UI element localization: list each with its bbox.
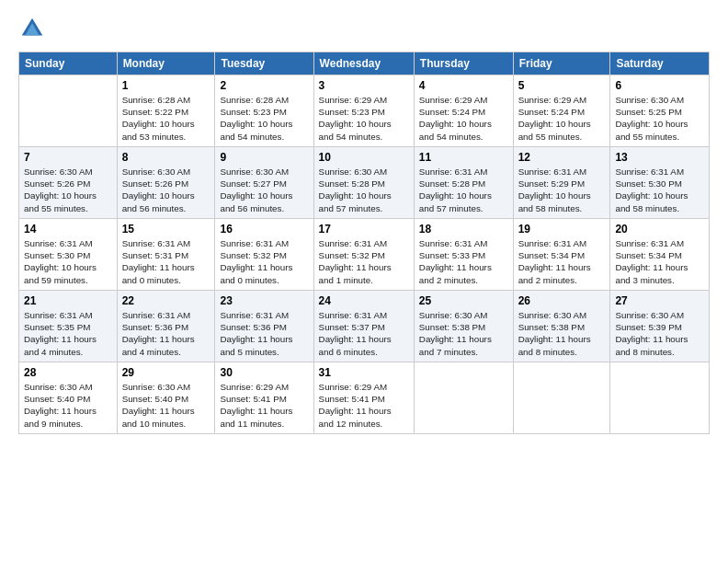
day-number: 31 [319, 366, 409, 379]
header-day-monday: Monday [117, 52, 215, 75]
day-number: 30 [220, 366, 308, 379]
day-info: Sunrise: 6:30 AM Sunset: 5:40 PM Dayligh… [122, 381, 210, 430]
calendar-cell: 10Sunrise: 6:30 AM Sunset: 5:28 PM Dayli… [313, 147, 414, 219]
day-info: Sunrise: 6:30 AM Sunset: 5:26 PM Dayligh… [24, 166, 112, 214]
day-info: Sunrise: 6:31 AM Sunset: 5:33 PM Dayligh… [419, 237, 508, 286]
day-number: 21 [24, 294, 112, 307]
calendar-cell: 6Sunrise: 6:30 AM Sunset: 5:25 PM Daylig… [610, 75, 710, 147]
day-number: 5 [518, 79, 606, 92]
calendar-cell: 31Sunrise: 6:29 AM Sunset: 5:41 PM Dayli… [313, 362, 414, 434]
calendar-cell: 28Sunrise: 6:30 AM Sunset: 5:40 PM Dayli… [19, 362, 118, 434]
header-row: SundayMondayTuesdayWednesdayThursdayFrid… [19, 52, 710, 75]
day-info: Sunrise: 6:31 AM Sunset: 5:29 PM Dayligh… [518, 166, 606, 214]
day-number: 20 [615, 223, 704, 236]
day-number: 26 [518, 294, 606, 307]
calendar-cell [610, 362, 710, 434]
calendar-cell: 22Sunrise: 6:31 AM Sunset: 5:36 PM Dayli… [117, 291, 215, 362]
calendar-cell: 15Sunrise: 6:31 AM Sunset: 5:31 PM Dayli… [117, 219, 215, 291]
header-day-saturday: Saturday [610, 52, 710, 75]
day-number: 9 [220, 151, 308, 164]
logo-icon [18, 15, 46, 42]
header-day-thursday: Thursday [414, 52, 513, 75]
day-info: Sunrise: 6:31 AM Sunset: 5:36 PM Dayligh… [220, 309, 308, 358]
calendar-cell: 27Sunrise: 6:30 AM Sunset: 5:39 PM Dayli… [610, 291, 710, 362]
day-info: Sunrise: 6:30 AM Sunset: 5:28 PM Dayligh… [319, 166, 409, 214]
day-number: 28 [24, 366, 112, 379]
page: SundayMondayTuesdayWednesdayThursdayFrid… [0, 0, 728, 443]
calendar-cell: 29Sunrise: 6:30 AM Sunset: 5:40 PM Dayli… [117, 362, 215, 434]
week-row-1: 1Sunrise: 6:28 AM Sunset: 5:22 PM Daylig… [19, 75, 710, 147]
day-number: 4 [419, 79, 508, 92]
day-info: Sunrise: 6:29 AM Sunset: 5:23 PM Dayligh… [319, 94, 409, 143]
logo [18, 15, 50, 42]
calendar-cell: 18Sunrise: 6:31 AM Sunset: 5:33 PM Dayli… [414, 219, 513, 291]
day-info: Sunrise: 6:29 AM Sunset: 5:41 PM Dayligh… [319, 381, 409, 430]
day-info: Sunrise: 6:31 AM Sunset: 5:32 PM Dayligh… [220, 237, 308, 286]
header [18, 15, 710, 42]
day-info: Sunrise: 6:31 AM Sunset: 5:35 PM Dayligh… [24, 309, 112, 358]
day-number: 8 [122, 151, 210, 164]
day-number: 17 [319, 223, 409, 236]
calendar-cell: 13Sunrise: 6:31 AM Sunset: 5:30 PM Dayli… [610, 147, 710, 219]
calendar-cell: 21Sunrise: 6:31 AM Sunset: 5:35 PM Dayli… [19, 291, 118, 362]
day-info: Sunrise: 6:31 AM Sunset: 5:34 PM Dayligh… [518, 237, 606, 286]
day-info: Sunrise: 6:30 AM Sunset: 5:25 PM Dayligh… [615, 94, 704, 143]
day-info: Sunrise: 6:29 AM Sunset: 5:41 PM Dayligh… [220, 381, 308, 430]
calendar-cell [513, 362, 610, 434]
calendar-cell: 17Sunrise: 6:31 AM Sunset: 5:32 PM Dayli… [313, 219, 414, 291]
day-info: Sunrise: 6:30 AM Sunset: 5:38 PM Dayligh… [419, 309, 508, 358]
day-number: 3 [319, 79, 409, 92]
calendar-cell: 25Sunrise: 6:30 AM Sunset: 5:38 PM Dayli… [414, 291, 513, 362]
week-row-5: 28Sunrise: 6:30 AM Sunset: 5:40 PM Dayli… [19, 362, 710, 434]
day-number: 18 [419, 223, 508, 236]
day-info: Sunrise: 6:30 AM Sunset: 5:40 PM Dayligh… [24, 381, 112, 430]
day-info: Sunrise: 6:30 AM Sunset: 5:26 PM Dayligh… [122, 166, 210, 214]
day-number: 10 [319, 151, 409, 164]
day-number: 23 [220, 294, 308, 307]
day-number: 7 [24, 151, 112, 164]
day-info: Sunrise: 6:30 AM Sunset: 5:38 PM Dayligh… [518, 309, 606, 358]
day-number: 16 [220, 223, 308, 236]
calendar-cell: 16Sunrise: 6:31 AM Sunset: 5:32 PM Dayli… [215, 219, 313, 291]
day-number: 25 [419, 294, 508, 307]
calendar-cell: 9Sunrise: 6:30 AM Sunset: 5:27 PM Daylig… [215, 147, 313, 219]
calendar-cell: 11Sunrise: 6:31 AM Sunset: 5:28 PM Dayli… [414, 147, 513, 219]
week-row-3: 14Sunrise: 6:31 AM Sunset: 5:30 PM Dayli… [19, 219, 710, 291]
day-number: 15 [122, 223, 210, 236]
day-info: Sunrise: 6:29 AM Sunset: 5:24 PM Dayligh… [419, 94, 508, 143]
day-info: Sunrise: 6:31 AM Sunset: 5:36 PM Dayligh… [122, 309, 210, 358]
calendar-cell: 8Sunrise: 6:30 AM Sunset: 5:26 PM Daylig… [117, 147, 215, 219]
calendar-cell: 26Sunrise: 6:30 AM Sunset: 5:38 PM Dayli… [513, 291, 610, 362]
calendar-cell: 19Sunrise: 6:31 AM Sunset: 5:34 PM Dayli… [513, 219, 610, 291]
day-info: Sunrise: 6:29 AM Sunset: 5:24 PM Dayligh… [518, 94, 606, 143]
calendar-table: SundayMondayTuesdayWednesdayThursdayFrid… [18, 52, 710, 434]
day-info: Sunrise: 6:31 AM Sunset: 5:37 PM Dayligh… [319, 309, 409, 358]
day-number: 11 [419, 151, 508, 164]
calendar-cell: 1Sunrise: 6:28 AM Sunset: 5:22 PM Daylig… [117, 75, 215, 147]
day-number: 22 [122, 294, 210, 307]
header-day-wednesday: Wednesday [313, 52, 414, 75]
day-info: Sunrise: 6:31 AM Sunset: 5:32 PM Dayligh… [319, 237, 409, 286]
day-info: Sunrise: 6:30 AM Sunset: 5:27 PM Dayligh… [220, 166, 308, 214]
day-number: 6 [615, 79, 704, 92]
calendar-cell: 20Sunrise: 6:31 AM Sunset: 5:34 PM Dayli… [610, 219, 710, 291]
day-number: 14 [24, 223, 112, 236]
week-row-2: 7Sunrise: 6:30 AM Sunset: 5:26 PM Daylig… [19, 147, 710, 219]
calendar-cell: 24Sunrise: 6:31 AM Sunset: 5:37 PM Dayli… [313, 291, 414, 362]
header-day-friday: Friday [513, 52, 610, 75]
week-row-4: 21Sunrise: 6:31 AM Sunset: 5:35 PM Dayli… [19, 291, 710, 362]
day-info: Sunrise: 6:31 AM Sunset: 5:31 PM Dayligh… [122, 237, 210, 286]
day-info: Sunrise: 6:31 AM Sunset: 5:30 PM Dayligh… [615, 166, 704, 214]
calendar-cell: 2Sunrise: 6:28 AM Sunset: 5:23 PM Daylig… [215, 75, 313, 147]
calendar-cell [414, 362, 513, 434]
day-info: Sunrise: 6:31 AM Sunset: 5:30 PM Dayligh… [24, 237, 112, 286]
calendar-cell [19, 75, 118, 147]
day-number: 29 [122, 366, 210, 379]
day-number: 2 [220, 79, 308, 92]
day-info: Sunrise: 6:31 AM Sunset: 5:34 PM Dayligh… [615, 237, 704, 286]
day-number: 1 [122, 79, 210, 92]
day-number: 24 [319, 294, 409, 307]
day-number: 12 [518, 151, 606, 164]
header-day-sunday: Sunday [19, 52, 118, 75]
calendar-cell: 30Sunrise: 6:29 AM Sunset: 5:41 PM Dayli… [215, 362, 313, 434]
